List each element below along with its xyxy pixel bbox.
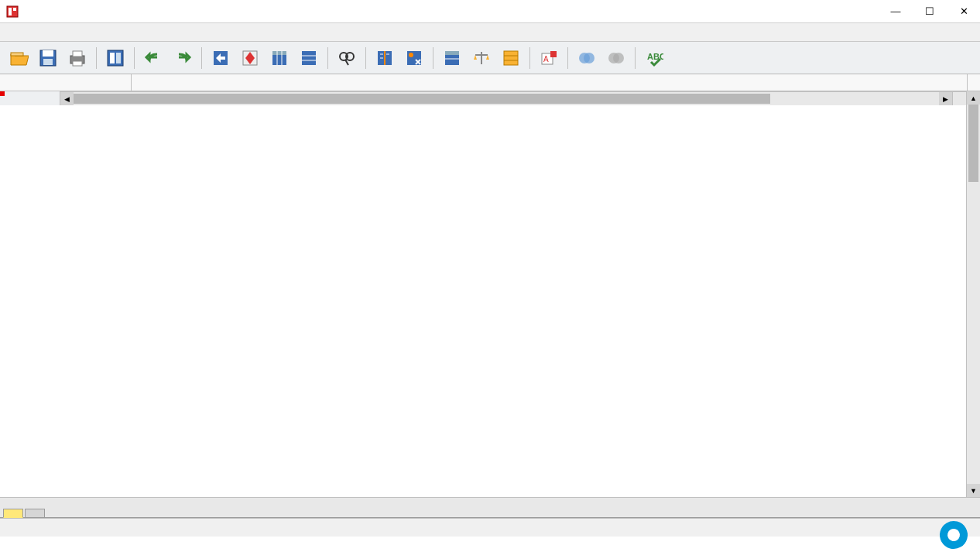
svg-rect-38	[550, 51, 557, 57]
svg-point-42	[613, 53, 624, 63]
weight-cases-icon[interactable]	[402, 46, 427, 70]
tab-variable-view[interactable]	[25, 509, 45, 518]
horizontal-scrollbar[interactable]: ◀ ▶	[0, 91, 966, 105]
split-file-icon[interactable]	[372, 46, 397, 70]
svg-rect-29	[445, 51, 459, 55]
cell-reference-bar	[0, 74, 980, 91]
svg-rect-8	[73, 51, 82, 57]
svg-rect-9	[73, 61, 82, 66]
view-tabs	[0, 498, 980, 518]
find-icon[interactable]	[334, 46, 359, 70]
toolbar: A ABC	[0, 42, 980, 74]
menu-marketing[interactable]	[88, 31, 101, 34]
tab-data-view[interactable]	[3, 509, 23, 518]
scroll-up-icon[interactable]: ▲	[967, 91, 980, 105]
visible-vars-label	[967, 74, 980, 91]
redo-icon[interactable]	[170, 46, 195, 70]
watermark-brand	[940, 521, 972, 549]
svg-rect-2	[13, 8, 16, 11]
window-controls: — ☐ ✕	[886, 4, 974, 19]
title-bar: — ☐ ✕	[0, 0, 980, 23]
svg-rect-12	[116, 53, 121, 63]
spellcheck-icon[interactable]: ABC	[642, 46, 666, 70]
svg-rect-5	[43, 50, 53, 57]
vertical-scrollbar[interactable]: ▲ ▼	[966, 91, 980, 497]
vscroll-thumb[interactable]	[968, 105, 978, 182]
use-sets-icon[interactable]: A	[536, 46, 561, 70]
status-bar	[0, 518, 980, 537]
maximize-button[interactable]: ☐	[920, 4, 940, 19]
menu-data[interactable]	[46, 31, 59, 34]
minimize-button[interactable]: —	[886, 4, 906, 19]
svg-rect-3	[11, 53, 23, 56]
cell-reference[interactable]	[0, 74, 132, 91]
svg-rect-11	[110, 53, 115, 63]
undo-icon[interactable]	[141, 46, 166, 70]
balance-icon[interactable]	[469, 46, 494, 70]
menu-transform[interactable]	[60, 31, 73, 34]
svg-point-40	[584, 53, 595, 63]
svg-text:A: A	[543, 55, 549, 63]
svg-rect-16	[272, 51, 286, 55]
svg-rect-1	[9, 8, 12, 15]
svg-rect-19	[302, 51, 316, 65]
value-labels-icon[interactable]	[499, 46, 523, 70]
recall-dialog-icon[interactable]	[103, 46, 128, 70]
select-cases-icon[interactable]	[440, 46, 464, 70]
goto-variable-icon[interactable]	[238, 46, 262, 70]
save-icon[interactable]	[36, 46, 60, 70]
goto-case-icon[interactable]	[208, 46, 233, 70]
menu-edit[interactable]	[19, 31, 31, 34]
variables-icon[interactable]	[267, 46, 292, 70]
menu-analyze[interactable]	[74, 31, 87, 34]
app-icon	[6, 5, 19, 18]
hscroll-thumb[interactable]	[74, 94, 770, 104]
data-grid-area: ◀ ▶ ▲ ▼	[0, 91, 980, 498]
menu-file[interactable]	[5, 31, 17, 34]
menu-graphs[interactable]	[102, 31, 115, 34]
menu-help[interactable]	[144, 31, 156, 34]
brand-logo-icon	[937, 518, 971, 552]
scroll-left-icon[interactable]: ◀	[60, 92, 74, 105]
menu-utilities[interactable]	[116, 31, 128, 34]
sets-blue-icon[interactable]	[574, 46, 599, 70]
svg-rect-6	[43, 59, 53, 65]
print-icon[interactable]	[65, 46, 90, 70]
close-button[interactable]: ✕	[954, 4, 974, 19]
open-icon[interactable]	[6, 46, 31, 70]
sets-grey-icon[interactable]	[604, 46, 629, 70]
svg-point-27	[409, 53, 413, 57]
scroll-right-icon[interactable]: ▶	[939, 92, 952, 105]
menu-view[interactable]	[33, 31, 45, 34]
menu-bar	[0, 23, 980, 42]
svg-rect-33	[504, 51, 518, 65]
scroll-down-icon[interactable]: ▼	[967, 484, 980, 497]
menu-window[interactable]	[130, 31, 142, 34]
list-icon[interactable]	[296, 46, 321, 70]
